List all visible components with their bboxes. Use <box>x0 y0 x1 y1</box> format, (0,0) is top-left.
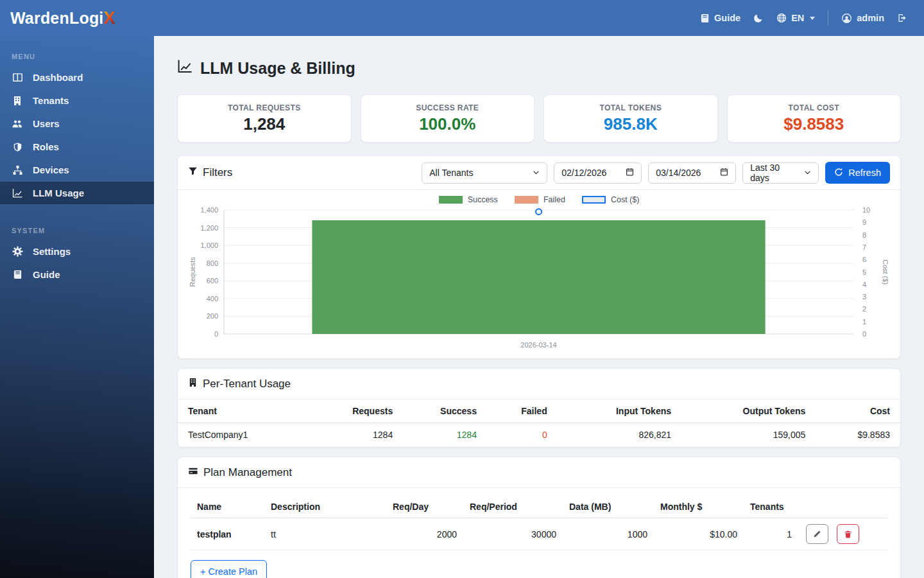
cell-plan-name: testplan <box>191 518 264 550</box>
svg-text:7: 7 <box>862 243 866 251</box>
svg-text:2026-03-14: 2026-03-14 <box>520 341 556 349</box>
cell-data-mb: 1000 <box>563 518 654 550</box>
legend-item[interactable]: Success <box>439 195 498 204</box>
svg-text:1,400: 1,400 <box>200 206 218 214</box>
legend-item[interactable]: Cost ($) <box>582 195 639 204</box>
table-row: testplan tt 2000 30000 1000 $10.00 1 <box>191 518 887 550</box>
sidebar-item-guide[interactable]: Guide <box>0 263 154 286</box>
stat-card-total-requests: TOTAL REQUESTS 1,284 <box>177 94 352 143</box>
sidebar-item-devices[interactable]: Devices <box>0 159 154 181</box>
refresh-label: Refresh <box>848 168 881 178</box>
plan-header: Plan Management <box>178 457 900 488</box>
cell-cost: $9.8583 <box>816 423 900 447</box>
svg-text:1,000: 1,000 <box>200 241 218 249</box>
sidebar-item-roles[interactable]: Roles <box>0 136 154 158</box>
filter-controls: All Tenants 02/12/2026 03/14/2026 Last 3… <box>422 162 890 184</box>
col-data-mb: Data (MB) <box>563 496 654 518</box>
sidebar-item-dashboard[interactable]: Dashboard <box>0 66 154 89</box>
pencil-icon <box>813 530 821 538</box>
cell-req-day: 2000 <box>386 518 463 550</box>
svg-text:200: 200 <box>207 312 218 320</box>
cell-plan-description: tt <box>264 518 386 550</box>
svg-text:8: 8 <box>862 231 866 239</box>
col-monthly: Monthly $ <box>654 496 744 518</box>
svg-text:800: 800 <box>207 259 218 267</box>
svg-text:5: 5 <box>862 268 866 276</box>
brand-logo[interactable]: WardenLogiX <box>0 8 154 28</box>
col-failed: Failed <box>487 399 558 423</box>
legend-swatch <box>582 196 606 204</box>
date-from-input[interactable]: 02/12/2026 <box>554 162 642 184</box>
stat-label: TOTAL TOKENS <box>551 103 711 112</box>
nav-guide[interactable]: Guide <box>700 13 740 23</box>
col-success: Success <box>403 399 487 423</box>
calendar-icon <box>720 168 728 178</box>
per-tenant-title-text: Per-Tenant Usage <box>203 378 291 390</box>
stat-card-total-cost: TOTAL COST $9.8583 <box>727 94 902 143</box>
stat-value: 100.0% <box>368 114 528 134</box>
col-req-day: Req/Day <box>386 496 463 518</box>
cell-monthly: $10.00 <box>654 518 744 550</box>
stat-card-total-tokens: TOTAL TOKENS 985.8K <box>543 94 718 143</box>
svg-text:6: 6 <box>862 256 866 263</box>
sidebar-item-users[interactable]: Users <box>0 112 154 135</box>
per-tenant-header: Per-Tenant Usage <box>178 369 900 399</box>
language-dropdown[interactable]: EN <box>776 13 815 23</box>
dashboard-icon <box>12 72 23 83</box>
range-select[interactable]: Last 30 days <box>742 162 819 184</box>
dark-mode-toggle[interactable] <box>753 13 764 23</box>
col-output-tokens: Output Tokens <box>681 399 816 423</box>
filters-card: Filters All Tenants 02/12/2026 03/14/202… <box>177 155 901 359</box>
book-icon <box>700 13 710 23</box>
svg-text:400: 400 <box>207 295 218 302</box>
refresh-button[interactable]: Refresh <box>825 162 890 184</box>
logout-icon <box>897 13 907 23</box>
moon-icon <box>753 13 764 23</box>
legend-item[interactable]: Failed <box>515 195 565 204</box>
brand-x: X <box>104 8 116 28</box>
funnel-icon <box>188 166 198 179</box>
chart-plot: 02004006008001,0001,2001,400012345678910… <box>187 206 891 356</box>
legend-label: Failed <box>543 195 565 204</box>
create-plan-button[interactable]: + Create Plan <box>191 560 267 578</box>
chart-legend: SuccessFailedCost ($) <box>187 195 891 204</box>
user-icon <box>841 13 852 24</box>
caret-down-icon <box>810 17 815 20</box>
sidebar: MENU Dashboard Tenants Users Roles Devic… <box>0 36 154 578</box>
table-header-row: Tenant Requests Success Failed Input Tok… <box>178 399 900 423</box>
plan-table: Name Description Req/Day Req/Period Data… <box>191 496 887 550</box>
stat-label: SUCCESS RATE <box>368 103 528 112</box>
col-actions <box>798 496 887 518</box>
sidebar-item-llm-usage[interactable]: LLM Usage <box>0 182 154 204</box>
cell-requests: 1284 <box>319 423 403 447</box>
col-requests: Requests <box>319 399 403 423</box>
sidebar-item-tenants[interactable]: Tenants <box>0 89 154 112</box>
sidebar-item-label: Roles <box>33 141 59 152</box>
page-title: LLM Usage & Billing <box>177 59 901 78</box>
col-tenants: Tenants <box>744 496 798 518</box>
col-req-period: Req/Period <box>463 496 563 518</box>
user-menu[interactable]: admin <box>841 13 884 24</box>
stat-label: TOTAL COST <box>734 103 894 112</box>
svg-text:10: 10 <box>862 206 870 214</box>
edit-plan-button[interactable] <box>806 524 828 544</box>
range-select-value: Last 30 days <box>750 162 799 183</box>
gear-icon <box>12 246 23 257</box>
delete-plan-button[interactable] <box>837 524 859 544</box>
per-tenant-card: Per-Tenant Usage Tenant Requests Success… <box>177 368 901 448</box>
col-description: Description <box>264 496 386 518</box>
sidebar-section-system: SYSTEM <box>0 219 154 240</box>
stat-value: 1,284 <box>184 114 345 134</box>
user-label: admin <box>857 13 884 23</box>
tenant-select[interactable]: All Tenants <box>422 162 547 184</box>
svg-text:1: 1 <box>862 318 866 326</box>
col-cost: Cost <box>816 399 900 423</box>
stat-value: $9.8583 <box>734 114 894 134</box>
svg-text:0: 0 <box>214 330 218 338</box>
date-to-input[interactable]: 03/14/2026 <box>648 162 736 184</box>
logout-button[interactable] <box>897 13 907 23</box>
cell-tenant: TestCompany1 <box>178 423 319 447</box>
svg-text:2: 2 <box>862 305 866 313</box>
col-input-tokens: Input Tokens <box>558 399 681 423</box>
sidebar-item-settings[interactable]: Settings <box>0 240 154 263</box>
